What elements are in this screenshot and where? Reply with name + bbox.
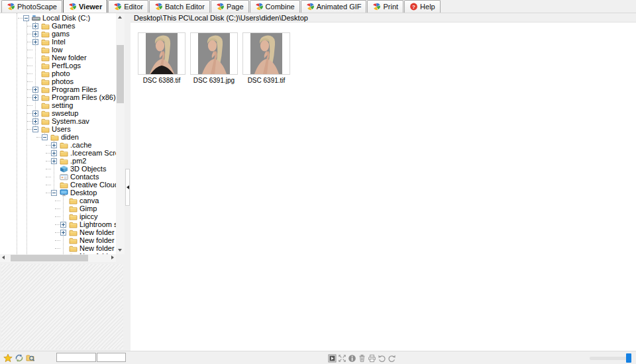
tab-print[interactable]: Print xyxy=(367,0,403,13)
favorites-star-icon[interactable] xyxy=(3,353,13,363)
tab-animated-gif[interactable]: Animated GIF xyxy=(301,0,367,13)
tree-item-photo[interactable]: photo xyxy=(32,69,70,77)
collapse-panel-button[interactable] xyxy=(125,169,130,206)
thumbnail-size-slider-thumb[interactable] xyxy=(626,353,631,363)
tab-combine[interactable]: Combine xyxy=(250,0,300,13)
scroll-down-icon[interactable] xyxy=(118,249,122,251)
thumbnail-area: DSC 6388.tifDSC 6391.jpgDSC 6391.tif xyxy=(131,23,636,351)
tab-help[interactable]: ?Help xyxy=(404,0,441,13)
tree-item-cache[interactable]: .cache xyxy=(51,141,91,149)
tree-item-new-folder[interactable]: New folder xyxy=(60,228,115,236)
tree-item-new-folder-2[interactable]: New folder (2 xyxy=(60,236,123,244)
tree-item-gams[interactable]: gams xyxy=(32,30,70,38)
expand-toggle-icon[interactable] xyxy=(51,158,57,164)
expand-toggle-icon[interactable] xyxy=(60,230,66,236)
tree-item-lightroom-slo[interactable]: Lightroom slo xyxy=(60,220,123,228)
tree-item-contacts[interactable]: Contacts xyxy=(51,173,99,181)
tree-item-new-folder-3[interactable]: New folder (3 xyxy=(60,244,123,252)
tree-item-system-sav[interactable]: System.sav xyxy=(32,117,89,125)
tree-item-program-files-x86[interactable]: Program Files (x86) xyxy=(32,93,116,101)
tree-vertical-scrollbar[interactable] xyxy=(116,13,125,254)
expand-toggle-icon[interactable] xyxy=(32,87,38,93)
undo-icon[interactable] xyxy=(378,353,386,362)
expand-toggle-icon[interactable] xyxy=(32,118,38,124)
collapse-toggle-icon[interactable] xyxy=(32,126,38,132)
thumbnail-image[interactable] xyxy=(138,32,186,75)
tree-item-label: swsetup xyxy=(52,109,78,117)
collapse-toggle-icon[interactable] xyxy=(51,190,57,196)
collapse-toggle-icon[interactable] xyxy=(42,134,48,140)
fullscreen-icon[interactable] xyxy=(338,353,346,362)
expand-toggle-icon[interactable] xyxy=(32,95,38,101)
collapse-toggle-icon[interactable] xyxy=(23,15,29,21)
tree-item-swsetup[interactable]: swsetup xyxy=(32,109,78,117)
thumbnail-image[interactable] xyxy=(242,32,290,75)
tree-item-perflogs[interactable]: PerfLogs xyxy=(32,62,81,69)
tree-item-intel[interactable]: Intel xyxy=(32,38,66,46)
tree-item-creative-cloud-fil[interactable]: Creative Cloud Fil xyxy=(51,181,125,189)
tab-batch-editor[interactable]: Batch Editor xyxy=(149,0,210,13)
tree-item-desktop[interactable]: Desktop xyxy=(51,189,97,197)
info-icon[interactable] xyxy=(348,353,356,362)
expand-toggle-icon[interactable] xyxy=(51,142,57,148)
tree-item-label: canva xyxy=(80,197,99,205)
photoscape-mode-icon xyxy=(306,3,315,11)
thumbnail-filename: DSC 6391.jpg xyxy=(190,77,238,84)
tree-item-gimp[interactable]: Gimp xyxy=(60,205,97,212)
tree-item-3d-objects[interactable]: 3D Objects xyxy=(51,165,106,173)
photoscape-mode-icon xyxy=(216,3,225,11)
tab-photoscape[interactable]: PhotoScape xyxy=(1,0,62,13)
thumbnail-dsc-6388-tif[interactable]: DSC 6388.tif xyxy=(138,32,186,84)
scroll-right-icon[interactable] xyxy=(111,255,114,259)
tree-item-label: photos xyxy=(52,77,74,85)
status-bar xyxy=(0,351,636,364)
tree-item-diden[interactable]: diden xyxy=(42,133,79,141)
panel-splitter[interactable] xyxy=(125,13,131,351)
tree-item-ipiccy[interactable]: ipiccy xyxy=(60,212,98,220)
folder-icon xyxy=(41,54,50,62)
slideshow-icon[interactable] xyxy=(328,353,337,362)
photoscape-mode-icon xyxy=(68,3,77,11)
thumbnail-image[interactable] xyxy=(190,32,238,75)
redo-icon[interactable] xyxy=(388,353,396,362)
print-icon[interactable] xyxy=(368,353,376,362)
tree-item-icecream-screen[interactable]: .Icecream Screen xyxy=(51,149,125,157)
tab-page[interactable]: Page xyxy=(211,0,249,13)
tree-item-new-folder[interactable]: New folder xyxy=(32,54,87,62)
search-folder-icon[interactable] xyxy=(26,353,35,363)
tree-item-games[interactable]: Games xyxy=(32,22,75,30)
thumbnail-size-slider-track[interactable] xyxy=(590,357,627,360)
help-icon: ? xyxy=(409,3,418,11)
tab-viewer[interactable]: Viewer xyxy=(63,0,107,13)
tab-editor[interactable]: Editor xyxy=(108,0,148,13)
tab-label: PhotoScape xyxy=(17,1,57,13)
tree-item-local-disk-c[interactable]: Local Disk (C:) xyxy=(23,14,90,22)
tab-label: Page xyxy=(227,1,244,13)
vertical-scroll-thumb[interactable] xyxy=(117,45,124,103)
folder-icon xyxy=(60,181,68,189)
horizontal-scroll-thumb[interactable] xyxy=(11,255,88,261)
tree-item-low[interactable]: low xyxy=(32,46,63,54)
expand-toggle-icon[interactable] xyxy=(32,31,38,37)
delete-trash-icon[interactable] xyxy=(358,353,366,362)
expand-toggle-icon[interactable] xyxy=(51,150,57,156)
tree-item-photos[interactable]: photos xyxy=(32,77,74,85)
folder-icon xyxy=(69,213,78,220)
scroll-up-icon[interactable] xyxy=(118,16,122,19)
tree-item-users[interactable]: Users xyxy=(32,125,71,133)
expand-toggle-icon[interactable] xyxy=(32,111,38,116)
expand-toggle-icon[interactable] xyxy=(32,39,38,45)
scroll-left-icon[interactable] xyxy=(2,255,5,259)
tree-item-pm2[interactable]: .pm2 xyxy=(51,157,86,165)
thumbnail-dsc-6391-jpg[interactable]: DSC 6391.jpg xyxy=(190,32,238,84)
tree-item-setting[interactable]: setting xyxy=(32,101,73,109)
tree-horizontal-scrollbar[interactable] xyxy=(0,254,116,262)
expand-toggle-icon[interactable] xyxy=(60,222,66,228)
expand-toggle-icon[interactable] xyxy=(32,23,38,29)
tree-item-program-files[interactable]: Program Files xyxy=(32,85,97,93)
refresh-icon[interactable] xyxy=(15,353,24,363)
drive-icon xyxy=(32,15,40,22)
thumbnail-dsc-6391-tif[interactable]: DSC 6391.tif xyxy=(242,32,290,84)
tree-item-canva[interactable]: canva xyxy=(60,197,99,205)
tree-item-label: ipiccy xyxy=(80,212,98,220)
